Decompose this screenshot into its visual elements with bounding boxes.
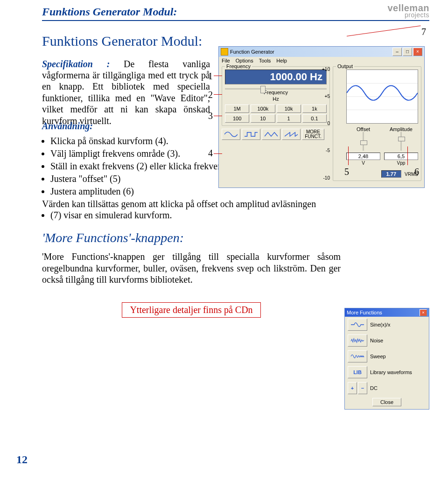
callout-4: 4 bbox=[208, 148, 213, 159]
mf-sweep-button[interactable] bbox=[348, 350, 367, 362]
close-button[interactable]: × bbox=[413, 48, 422, 56]
callout-7: 7 bbox=[421, 27, 426, 37]
mf-title: More Functions bbox=[347, 310, 382, 315]
mf-close-x[interactable]: × bbox=[420, 309, 427, 316]
mf-sweep-label: Sweep bbox=[370, 354, 386, 359]
waveform-sine-button[interactable] bbox=[222, 129, 240, 140]
output-group-label: Output bbox=[336, 63, 354, 69]
mf-close-button[interactable]: Close bbox=[372, 398, 401, 406]
more-functions-paragraph: 'More Functions'-knappen ger tillgång ti… bbox=[42, 251, 341, 285]
function-generator-window: Function Generator – □ × File Options To… bbox=[218, 46, 425, 188]
output-y-ticks: +10 +5 0 -5 -10 bbox=[322, 67, 330, 181]
fg-title: Function Generator bbox=[230, 49, 274, 55]
output-plot bbox=[346, 70, 418, 124]
mf-sinexx-label: Sine(x)/x bbox=[370, 322, 390, 327]
range-100-button[interactable]: 100 bbox=[225, 114, 249, 123]
more-functions-heading: 'More Functions'-knappen: bbox=[42, 230, 429, 245]
mf-library-button[interactable]: LIB bbox=[348, 366, 367, 378]
mf-noise-button[interactable] bbox=[348, 334, 367, 347]
waveform-triangle-button[interactable] bbox=[262, 129, 280, 140]
waveform-ramp-button[interactable] bbox=[282, 129, 301, 140]
fg-app-icon bbox=[221, 48, 228, 56]
callout-5: 5 bbox=[344, 167, 349, 177]
menu-tools[interactable]: Tools bbox=[259, 58, 271, 63]
amplitude-unit: Vpp bbox=[384, 160, 418, 166]
waveform-square-button[interactable] bbox=[242, 129, 260, 140]
hz-unit: Hz bbox=[225, 96, 327, 102]
mf-dc-label: DC bbox=[370, 385, 378, 391]
minimize-button[interactable]: – bbox=[392, 48, 402, 56]
mf-library-label: Library waveforms bbox=[370, 369, 412, 375]
brand-logo: velleman projects bbox=[387, 4, 429, 18]
range-10k-button[interactable]: 10k bbox=[277, 104, 301, 113]
offset-slider[interactable] bbox=[363, 132, 364, 151]
output-group: Output +10 +5 0 -5 -10 bbox=[333, 66, 421, 181]
footnote-box: Ytterligare detaljer finns på CDn bbox=[122, 302, 260, 318]
callout-1: 1 bbox=[208, 71, 213, 82]
menu-options[interactable]: Options bbox=[236, 58, 253, 63]
more-functions-window: More Functions × Sine(x)/x Noise Sweep L… bbox=[344, 308, 429, 410]
offset-readout[interactable]: 2,48 bbox=[346, 153, 380, 160]
maximize-button[interactable]: □ bbox=[403, 48, 412, 56]
range-1-button[interactable]: 1 bbox=[277, 114, 301, 123]
mf-dc-minus-button[interactable]: − bbox=[358, 382, 367, 394]
frequency-slider-label: Frequency bbox=[225, 90, 327, 95]
spec-paragraph: Specifikation : De flesta vanliga vågfor… bbox=[42, 58, 210, 126]
more-functions-button[interactable]: MORE FUNCT. bbox=[302, 129, 324, 140]
frequency-group-label: Frequency bbox=[225, 63, 252, 69]
fg-titlebar: Function Generator – □ × bbox=[219, 47, 424, 57]
page-header: Funktions Generator Modul: velleman proj… bbox=[42, 4, 429, 21]
header-title: Funktions Generator Modul: bbox=[42, 6, 177, 18]
range-10-button[interactable]: 10 bbox=[251, 114, 275, 123]
amplitude-readout[interactable]: 6,5 bbox=[384, 153, 418, 160]
offset-unit: V bbox=[346, 160, 380, 166]
frequency-group: Frequency 1000.00 Hz Frequency Hz 1M bbox=[222, 66, 330, 126]
vrms-readout[interactable]: 1.77 bbox=[381, 170, 401, 178]
usage-note: Värden kan tillsättas genom att klicka p… bbox=[42, 198, 429, 209]
menu-help[interactable]: Help bbox=[276, 58, 287, 63]
range-1M-button[interactable]: 1M bbox=[225, 104, 249, 113]
frequency-readout[interactable]: 1000.00 Hz bbox=[225, 70, 327, 84]
usage-heading: Användning: bbox=[42, 121, 93, 131]
callout-6: 6 bbox=[414, 167, 419, 177]
mf-sinexx-button[interactable] bbox=[348, 319, 367, 331]
usage-item: (7) visar en simulerad kurvform. bbox=[50, 209, 429, 221]
offset-label: Offset bbox=[346, 126, 380, 132]
mf-noise-label: Noise bbox=[370, 338, 383, 343]
section-title: Funktions Generator Modul: bbox=[42, 33, 210, 49]
menu-file[interactable]: File bbox=[222, 58, 230, 63]
amplitude-slider[interactable] bbox=[400, 132, 402, 151]
mf-dc-plus-button[interactable]: + bbox=[348, 382, 357, 394]
callout-2: 2 bbox=[208, 90, 213, 100]
mf-titlebar: More Functions × bbox=[345, 308, 429, 317]
frequency-slider[interactable] bbox=[225, 88, 327, 90]
amplitude-label: Amplitude bbox=[384, 126, 418, 132]
page-number: 12 bbox=[16, 453, 28, 466]
callout-3: 3 bbox=[208, 111, 213, 121]
range-100k-button[interactable]: 100k bbox=[251, 104, 275, 113]
spec-label: Specifikation : bbox=[42, 59, 110, 69]
